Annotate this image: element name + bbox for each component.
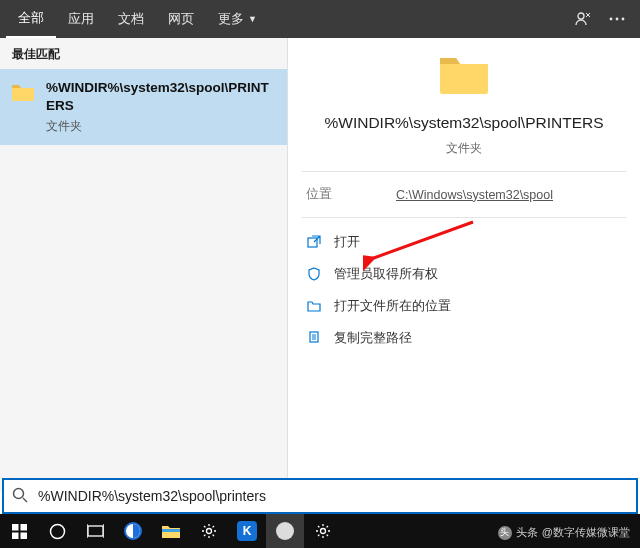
svg-point-1 xyxy=(610,18,613,21)
taskbar-app-settings-2[interactable] xyxy=(304,514,342,548)
svg-rect-15 xyxy=(162,529,180,532)
cortana-button[interactable] xyxy=(38,514,76,548)
taskbar-app-kugou[interactable]: K xyxy=(228,514,266,548)
location-link[interactable]: C:\Windows\system32\spool xyxy=(396,188,553,202)
filter-tabs: 全部 应用 文档 网页 更多 ▼ xyxy=(6,0,269,38)
action-open-location-label: 打开文件所在的位置 xyxy=(334,297,451,315)
folder-icon xyxy=(10,79,36,105)
actions-list: 打开 管理员取得所有权 打开文件所在的位置 复制完整路径 xyxy=(288,218,640,362)
svg-point-16 xyxy=(207,529,212,534)
search-filter-bar: 全部 应用 文档 网页 更多 ▼ xyxy=(0,0,640,38)
best-match-header: 最佳匹配 xyxy=(0,38,287,69)
svg-rect-4 xyxy=(308,238,317,247)
copy-icon xyxy=(306,330,322,346)
svg-point-11 xyxy=(50,524,64,538)
tab-apps[interactable]: 应用 xyxy=(56,0,106,38)
folder-open-icon xyxy=(306,298,322,314)
svg-rect-12 xyxy=(88,526,103,536)
svg-point-0 xyxy=(578,13,584,19)
chevron-down-icon: ▼ xyxy=(248,0,257,38)
taskbar-app-active[interactable] xyxy=(266,514,304,548)
svg-rect-8 xyxy=(20,524,27,531)
more-options-icon[interactable] xyxy=(600,0,634,38)
tab-more-label: 更多 xyxy=(218,0,244,38)
feedback-icon[interactable] xyxy=(566,0,600,38)
action-admin-ownership[interactable]: 管理员取得所有权 xyxy=(288,258,640,290)
svg-point-3 xyxy=(622,18,625,21)
preview-pane: %WINDIR%\system32\spool\PRINTERS 文件夹 位置 … xyxy=(288,38,640,492)
preview-subtitle: 文件夹 xyxy=(446,140,482,157)
action-open[interactable]: 打开 xyxy=(288,226,640,258)
taskbar: K xyxy=(0,514,640,548)
svg-rect-7 xyxy=(12,524,19,531)
folder-icon xyxy=(438,52,490,96)
location-label: 位置 xyxy=(306,186,396,203)
svg-text:K: K xyxy=(243,524,252,538)
task-view-button[interactable] xyxy=(76,514,114,548)
tab-all[interactable]: 全部 xyxy=(6,0,56,38)
action-copy-path[interactable]: 复制完整路径 xyxy=(288,322,640,354)
result-subtitle: 文件夹 xyxy=(46,118,275,135)
action-open-label: 打开 xyxy=(334,233,360,251)
action-admin-ownership-label: 管理员取得所有权 xyxy=(334,265,438,283)
svg-rect-9 xyxy=(12,532,19,539)
search-results-area: 最佳匹配 %WINDIR%\system32\spool\PRINTERS 文件… xyxy=(0,38,640,492)
taskbar-app-settings[interactable] xyxy=(190,514,228,548)
svg-rect-10 xyxy=(20,532,27,539)
result-title: %WINDIR%\system32\spool\PRINTERS xyxy=(46,79,275,114)
action-copy-path-label: 复制完整路径 xyxy=(334,329,412,347)
search-bar[interactable] xyxy=(2,478,638,514)
results-list-pane: 最佳匹配 %WINDIR%\system32\spool\PRINTERS 文件… xyxy=(0,38,288,492)
tab-web[interactable]: 网页 xyxy=(156,0,206,38)
svg-point-20 xyxy=(321,529,326,534)
search-input[interactable] xyxy=(38,488,628,504)
start-button[interactable] xyxy=(0,514,38,548)
shield-icon xyxy=(306,266,322,282)
taskbar-app-browser[interactable] xyxy=(114,514,152,548)
result-item-printers-folder[interactable]: %WINDIR%\system32\spool\PRINTERS 文件夹 xyxy=(0,69,287,145)
svg-point-6 xyxy=(14,489,24,499)
taskbar-app-explorer[interactable] xyxy=(152,514,190,548)
svg-point-2 xyxy=(616,18,619,21)
svg-point-19 xyxy=(276,522,294,540)
action-open-location[interactable]: 打开文件所在的位置 xyxy=(288,290,640,322)
open-icon xyxy=(306,234,322,250)
tab-more[interactable]: 更多 ▼ xyxy=(206,0,269,38)
preview-title: %WINDIR%\system32\spool\PRINTERS xyxy=(324,114,603,132)
location-row: 位置 C:\Windows\system32\spool xyxy=(288,172,640,217)
tab-documents[interactable]: 文档 xyxy=(106,0,156,38)
search-icon xyxy=(12,487,30,505)
